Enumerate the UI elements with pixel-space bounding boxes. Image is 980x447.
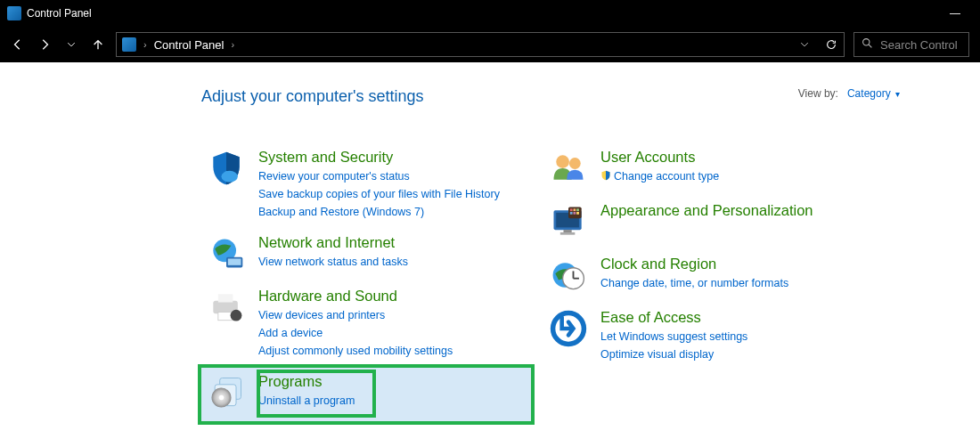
category-link[interactable]: View network status and tasks bbox=[258, 254, 408, 270]
back-button[interactable] bbox=[11, 38, 25, 51]
breadcrumb-sep-icon: › bbox=[143, 39, 147, 50]
category-link[interactable]: Let Windows suggest settings bbox=[600, 329, 747, 345]
search-box[interactable]: Search Control bbox=[853, 32, 969, 57]
category-user-accounts[interactable]: User Accounts Change account type bbox=[543, 143, 873, 197]
svg-rect-19 bbox=[570, 208, 573, 211]
forward-button[interactable] bbox=[37, 38, 52, 51]
category-link[interactable]: Adjust commonly used mobility settings bbox=[258, 343, 453, 359]
category-network-internet[interactable]: Network and Internet View network status… bbox=[201, 229, 531, 282]
svg-point-13 bbox=[219, 395, 225, 401]
shield-icon bbox=[207, 149, 246, 188]
content-area: Adjust your computer's settings View by:… bbox=[0, 62, 980, 421]
viewby-label: View by: bbox=[798, 87, 838, 100]
category-title[interactable]: Clock and Region bbox=[600, 256, 788, 273]
navbar: › Control Panel › Search Control bbox=[0, 27, 980, 62]
category-title[interactable]: Hardware and Sound bbox=[258, 288, 453, 305]
svg-point-9 bbox=[231, 310, 242, 321]
globe-icon bbox=[207, 234, 246, 273]
recent-chevron-icon[interactable] bbox=[64, 40, 78, 49]
up-button[interactable] bbox=[91, 38, 105, 51]
address-chevron-icon[interactable] bbox=[797, 40, 812, 49]
address-icon bbox=[122, 37, 136, 52]
svg-point-2 bbox=[222, 171, 238, 183]
category-link[interactable]: Optimize visual display bbox=[600, 346, 747, 362]
category-link[interactable]: Change account type bbox=[600, 168, 719, 184]
breadcrumb-sep-icon: › bbox=[231, 39, 234, 50]
category-clock-region[interactable]: Clock and Region Change date, time, or n… bbox=[543, 250, 873, 304]
svg-rect-24 bbox=[576, 212, 579, 215]
titlebar-right: — bbox=[944, 7, 976, 20]
search-icon bbox=[862, 37, 873, 52]
uac-shield-icon bbox=[600, 170, 611, 181]
control-panel-icon bbox=[7, 6, 21, 20]
monitor-icon bbox=[549, 202, 588, 241]
disc-icon bbox=[207, 373, 246, 412]
category-link[interactable]: View devices and printers bbox=[258, 307, 453, 323]
svg-line-1 bbox=[869, 45, 871, 47]
printer-icon bbox=[207, 288, 246, 327]
svg-rect-26 bbox=[560, 232, 576, 235]
category-link[interactable]: Change date, time, or number formats bbox=[600, 275, 788, 291]
category-appearance-personalization[interactable]: Appearance and Personalization bbox=[543, 197, 873, 250]
svg-rect-5 bbox=[228, 259, 241, 265]
category-title[interactable]: Appearance and Personalization bbox=[600, 202, 813, 220]
left-column: System and Security Review your computer… bbox=[201, 143, 531, 421]
category-link[interactable]: Review your computer's status bbox=[258, 168, 500, 184]
svg-rect-7 bbox=[218, 295, 233, 303]
view-by: View by: Category ▾ bbox=[798, 87, 900, 100]
svg-point-14 bbox=[556, 155, 569, 168]
page-title: Adjust your computer's settings bbox=[201, 87, 424, 106]
category-title[interactable]: System and Security bbox=[258, 149, 500, 167]
svg-rect-23 bbox=[574, 212, 576, 215]
category-title[interactable]: Network and Internet bbox=[258, 234, 408, 252]
category-link[interactable]: Uninstall a program bbox=[258, 393, 355, 409]
minimize-button[interactable]: — bbox=[944, 7, 966, 20]
window-titlebar: Control Panel — bbox=[0, 0, 980, 27]
right-column: User Accounts Change account type Appear… bbox=[543, 143, 873, 421]
category-programs[interactable]: Programs Uninstall a program bbox=[201, 368, 531, 421]
category-ease-of-access[interactable]: Ease of Access Let Windows suggest setti… bbox=[543, 304, 873, 371]
svg-rect-25 bbox=[564, 230, 572, 232]
category-hardware-sound[interactable]: Hardware and Sound View devices and prin… bbox=[201, 282, 531, 368]
svg-rect-22 bbox=[570, 212, 573, 215]
svg-rect-20 bbox=[574, 208, 576, 211]
category-link[interactable]: Backup and Restore (Windows 7) bbox=[258, 204, 500, 220]
titlebar-left: Control Panel bbox=[4, 6, 92, 20]
breadcrumb[interactable]: Control Panel bbox=[154, 38, 225, 52]
category-link[interactable]: Add a device bbox=[258, 325, 453, 341]
search-placeholder: Search Control bbox=[880, 38, 958, 52]
category-link[interactable]: Save backup copies of your files with Fi… bbox=[258, 186, 500, 202]
svg-point-15 bbox=[569, 158, 581, 169]
category-system-security[interactable]: System and Security Review your computer… bbox=[201, 143, 531, 229]
refresh-button[interactable] bbox=[824, 38, 838, 51]
category-title[interactable]: Ease of Access bbox=[600, 309, 747, 327]
chevron-down-icon: ▾ bbox=[895, 89, 900, 99]
address-right bbox=[797, 38, 838, 51]
category-title[interactable]: Programs bbox=[258, 373, 355, 391]
svg-point-0 bbox=[863, 39, 870, 45]
ease-of-access-icon bbox=[549, 309, 588, 348]
window-title: Control Panel bbox=[27, 7, 92, 20]
category-title[interactable]: User Accounts bbox=[600, 149, 719, 167]
clock-icon bbox=[549, 256, 588, 295]
viewby-value: Category bbox=[847, 87, 891, 100]
viewby-dropdown[interactable]: Category ▾ bbox=[847, 87, 900, 100]
category-columns: System and Security Review your computer… bbox=[201, 143, 962, 421]
svg-rect-21 bbox=[576, 208, 579, 211]
address-bar[interactable]: › Control Panel › bbox=[116, 32, 845, 57]
nav-arrows bbox=[11, 38, 105, 51]
users-icon bbox=[549, 149, 588, 188]
